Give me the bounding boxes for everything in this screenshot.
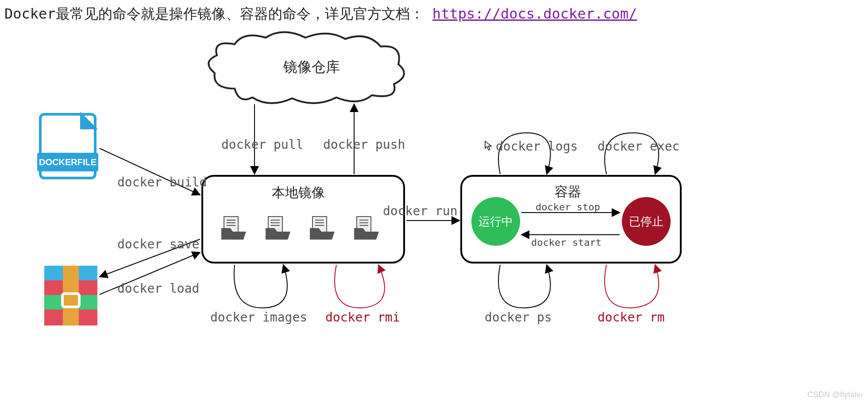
- cmd-run: docker run: [383, 204, 458, 218]
- container-label: 容器: [555, 183, 581, 201]
- dockerfile-icon: DOCKERFILE: [39, 113, 96, 179]
- cmd-rm: docker rm: [598, 310, 665, 325]
- cmd-images: docker images: [210, 310, 307, 325]
- cloud-label: 镜像仓库: [283, 58, 340, 77]
- dockerfile-label: DOCKERFILE: [37, 153, 98, 171]
- cmd-pull: docker pull: [221, 137, 303, 152]
- folder-icon: [310, 215, 335, 240]
- archive-icon: [44, 266, 97, 326]
- cmd-stop: docker stop: [536, 202, 600, 213]
- cmd-logs: docker logs: [496, 139, 578, 154]
- local-images-label: 本地镜像: [272, 184, 325, 202]
- docs-link[interactable]: https://docs.docker.com/: [432, 5, 637, 22]
- cmd-push: docker push: [323, 137, 405, 152]
- cmd-rmi: docker rmi: [325, 310, 400, 325]
- folder-icon: [266, 215, 290, 240]
- cmd-load: docker load: [117, 281, 199, 296]
- page-title: Docker最常见的命令就是操作镜像、容器的命令，详见官方文档： https:/…: [4, 4, 637, 24]
- cmd-exec: docker exec: [598, 139, 679, 154]
- cmd-build: docker build: [117, 175, 207, 190]
- folder-icon: [354, 215, 379, 240]
- folder-icon: [221, 215, 246, 240]
- cmd-save: docker save: [117, 237, 199, 252]
- watermark: CSDN @flytalei: [807, 390, 863, 399]
- state-stopped: 已停止: [622, 197, 671, 246]
- state-running: 运行中: [471, 197, 520, 246]
- cmd-start: docker start: [531, 237, 602, 248]
- cursor-icon: [485, 141, 493, 151]
- arrows-layer: [0, 0, 868, 403]
- title-text: Docker最常见的命令就是操作镜像、容器的命令，详见官方文档：: [4, 5, 424, 22]
- cmd-ps: docker ps: [485, 310, 552, 325]
